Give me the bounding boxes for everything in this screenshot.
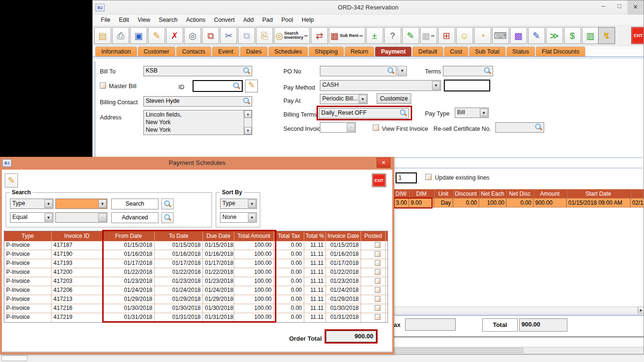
tab-flat-discounts[interactable]: Flat Discounts — [536, 46, 585, 56]
chevron-down-icon[interactable]: ▼ — [44, 213, 53, 222]
schedule-row[interactable]: P-Invoice 417203 01/23/2018 01/23/2018 0… — [4, 277, 388, 286]
edit-document-icon[interactable]: ✎ — [528, 27, 545, 44]
schedule-row[interactable]: P-Invoice 417219 01/31/2018 01/31/2018 0… — [4, 313, 388, 322]
billing-icon[interactable]: $ — [564, 27, 581, 44]
delivery-truck-icon[interactable]: ▥ — [582, 27, 599, 44]
chevron-down-icon[interactable]: ▼ — [480, 109, 488, 117]
menu-item[interactable]: Pool — [277, 16, 297, 24]
paste-icon[interactable]: ⎘ — [256, 27, 273, 44]
column-header[interactable]: From Date — [103, 231, 155, 241]
scroll-right-icon[interactable]: ▶ — [638, 307, 644, 314]
column-header[interactable]: DIW — [393, 189, 409, 199]
rates-icon[interactable]: ≫ — [546, 27, 563, 44]
search-icon[interactable] — [233, 82, 240, 90]
column-header[interactable]: Start Date — [566, 189, 630, 199]
column-header[interactable] — [630, 189, 644, 199]
column-header[interactable]: Net Disc — [506, 189, 533, 199]
terms-field[interactable] — [443, 66, 493, 76]
address-field[interactable]: Lincoln fields,New YorkNew York ▲ ▼ — [143, 110, 252, 135]
posted-checkbox[interactable] — [375, 278, 380, 284]
menu-item[interactable]: Convert — [210, 16, 239, 24]
address-scrollbar[interactable]: ▲ ▼ — [244, 110, 252, 135]
scroll-up-icon[interactable]: ▲ — [244, 110, 252, 118]
posted-checkbox[interactable] — [375, 251, 380, 257]
bill-to-field[interactable]: KSB — [143, 66, 252, 76]
update-existing-lines-checkbox[interactable] — [425, 174, 432, 180]
column-header[interactable]: Total Amount — [234, 231, 274, 241]
tab-information[interactable]: Information — [95, 46, 137, 56]
copy-lines-icon[interactable]: ⧉ — [202, 27, 219, 44]
posted-checkbox[interactable] — [375, 305, 380, 311]
column-header[interactable]: DIM — [409, 189, 434, 199]
menu-item[interactable]: Help — [298, 16, 318, 24]
tax-field[interactable] — [405, 318, 456, 331]
search-inventory-button[interactable]: ◎ Search Inventory ▾▾ — [274, 27, 310, 44]
cubes-icon[interactable]: ▩ — [510, 27, 527, 44]
tab-customer[interactable]: Customer — [138, 46, 176, 56]
master-bill-checkbox[interactable] — [100, 82, 106, 89]
tab-sub-total[interactable]: Sub Total — [469, 46, 506, 56]
menu-item[interactable]: Search — [155, 16, 182, 24]
line-qty-field[interactable]: 1 — [396, 172, 417, 183]
edit-pencil-button[interactable]: ✎ — [245, 80, 258, 92]
notepad-icon[interactable]: ✎ — [402, 27, 419, 44]
posted-checkbox[interactable] — [375, 287, 380, 293]
chevron-down-icon[interactable]: ▼ — [98, 199, 106, 208]
chevron-down-icon[interactable]: ▼ — [248, 199, 256, 208]
edit-pencil-icon[interactable]: ✎ — [148, 27, 165, 44]
billing-contact-field[interactable]: Steven Hyde — [143, 96, 252, 107]
advanced-button[interactable]: Advanced — [111, 212, 159, 223]
tab-contacts[interactable]: Contacts — [176, 46, 212, 56]
new-document-icon[interactable]: ▤ — [94, 27, 111, 44]
dialog-exit-button[interactable]: EXIT — [372, 174, 386, 187]
menu-item[interactable]: View — [133, 16, 155, 24]
chevron-down-icon[interactable]: ▼ — [44, 199, 53, 208]
search-icon[interactable] — [484, 67, 491, 75]
pay-at-select[interactable]: Periodic Bill...▼ — [320, 94, 368, 104]
chevron-down-icon[interactable]: ▼ — [359, 95, 367, 103]
add-line-icon[interactable]: ± — [366, 27, 383, 44]
convert-icon[interactable]: ⇄ — [311, 27, 328, 44]
column-header[interactable]: Posted — [361, 231, 386, 241]
org-chart-icon[interactable]: ⊞ — [438, 27, 455, 44]
tab-dates[interactable]: Dates — [240, 46, 268, 56]
tab-cost[interactable]: Cost — [444, 46, 468, 56]
print-icon[interactable]: ⎙ — [112, 27, 129, 44]
search-operator-select[interactable]: Equal▼ — [10, 212, 53, 223]
tab-status[interactable]: Status — [506, 46, 535, 56]
smiley-icon[interactable]: ☺ — [456, 27, 473, 44]
lines-grid-row[interactable]: 3.009.00Day0.00100.000.00900.0001/15/201… — [393, 198, 644, 208]
search-field-select[interactable]: Type▼ — [10, 199, 53, 209]
column-header[interactable]: Invoice Date — [326, 231, 361, 241]
grid-horizontal-scrollbar[interactable] — [394, 307, 638, 314]
id-field[interactable] — [193, 80, 243, 92]
close-button[interactable]: ✕ — [627, 0, 644, 15]
schedule-row[interactable]: P-Invoice 417190 01/16/2018 01/16/2018 0… — [4, 250, 388, 259]
menu-item[interactable]: Actions — [182, 16, 210, 24]
tab-return[interactable]: Return — [344, 46, 375, 56]
schedule-row[interactable]: P-Invoice 417206 01/24/2018 01/24/2018 0… — [4, 286, 388, 295]
po-no-dropdown[interactable]: ▼ — [397, 66, 407, 76]
pay-type-select[interactable]: Bill▼ — [455, 108, 489, 118]
billing-terms-field[interactable]: Daily_Reset OFF — [319, 108, 409, 118]
tab-schedules[interactable]: Schedules — [268, 46, 308, 56]
posted-checkbox[interactable] — [375, 314, 380, 320]
sort-secondary-select[interactable]: None▼ — [220, 212, 257, 223]
column-header[interactable]: Total Tax — [274, 231, 304, 241]
column-header[interactable]: Amount — [533, 189, 566, 199]
posted-checkbox[interactable] — [375, 269, 380, 275]
posted-checkbox[interactable] — [375, 242, 380, 248]
column-header[interactable]: Discount — [453, 189, 479, 199]
schedule-row[interactable]: P-Invoice 417213 01/29/2018 01/29/2018 0… — [4, 295, 388, 304]
chevron-down-icon[interactable]: ▼ — [347, 123, 355, 132]
pay-method-extra-field[interactable] — [444, 80, 490, 91]
search-icon[interactable] — [535, 124, 542, 131]
folder-clock-icon[interactable]: ◔ — [474, 27, 491, 44]
column-header[interactable]: Total % — [304, 231, 326, 241]
column-header[interactable]: Net Each — [479, 189, 506, 199]
tab-shipping[interactable]: Shipping — [309, 46, 344, 56]
menu-item[interactable]: File — [97, 16, 115, 24]
edit-pencil-button[interactable]: ✎ — [5, 173, 18, 188]
sort-primary-select[interactable]: Type▼ — [220, 199, 257, 209]
dialog-close-button[interactable]: ✕ — [377, 158, 390, 168]
